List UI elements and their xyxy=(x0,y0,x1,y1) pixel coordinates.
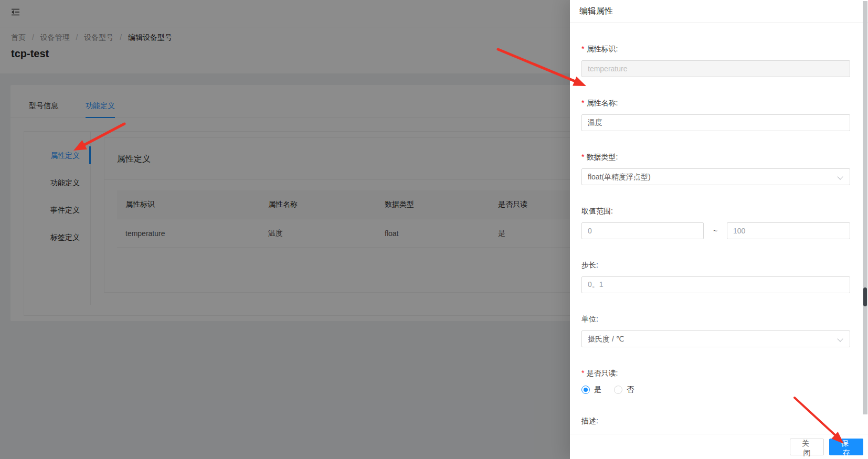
drawer-title: 编辑属性 xyxy=(570,0,868,23)
data-type-select[interactable]: float(单精度浮点型) xyxy=(581,168,850,185)
field-attr-id: *属性标识: xyxy=(581,44,850,77)
radio-checked-dot xyxy=(584,388,588,392)
drawer-body: *属性标识: *属性名称: *数据类型: float(单精度浮点型) 取值范围: xyxy=(570,23,868,434)
field-unit: 单位: 摄氏度 / ℃ xyxy=(581,314,850,347)
step-input[interactable] xyxy=(581,276,850,293)
field-step: 步长: xyxy=(581,260,850,293)
attr-name-input[interactable] xyxy=(581,114,850,131)
drawer-scrollbar-track[interactable] xyxy=(863,1,867,414)
field-range: 取值范围: ~ xyxy=(581,206,850,239)
field-attr-name: *属性名称: xyxy=(581,98,850,131)
edit-attribute-drawer: 编辑属性 *属性标识: *属性名称: *数据类型: float(单精度浮点型) xyxy=(570,0,868,459)
chevron-down-icon xyxy=(837,336,843,341)
close-button[interactable]: 关闭 xyxy=(790,439,824,455)
field-label-text: 属性标识: xyxy=(586,45,618,53)
unit-select[interactable]: 摄氏度 / ℃ xyxy=(581,330,850,347)
range-inputs: ~ xyxy=(581,222,850,239)
radio-yes[interactable]: 是 xyxy=(581,385,601,394)
field-step-label: 步长: xyxy=(581,260,850,270)
range-max-input[interactable] xyxy=(727,222,850,239)
radio-no[interactable]: 否 xyxy=(614,385,634,394)
range-min-input[interactable] xyxy=(581,222,704,239)
attr-id-input[interactable] xyxy=(581,60,850,77)
radio-no-label: 否 xyxy=(627,385,634,394)
drawer-scrollbar-thumb[interactable] xyxy=(863,287,867,306)
field-label-text: 取值范围: xyxy=(581,207,613,215)
field-label-text: 步长: xyxy=(581,261,598,269)
field-readonly-label: *是否只读: xyxy=(581,368,850,378)
field-data-type: *数据类型: float(单精度浮点型) xyxy=(581,152,850,185)
radio-no-circle xyxy=(614,386,622,394)
save-button-label: 保存 xyxy=(841,439,853,457)
readonly-radio-group: 是 否 xyxy=(581,385,850,395)
chevron-down-icon xyxy=(837,174,843,179)
save-button[interactable]: 保存 xyxy=(829,439,863,455)
field-readonly: *是否只读: 是 否 xyxy=(581,368,850,395)
field-label-text: 是否只读: xyxy=(586,369,618,377)
required-mark: * xyxy=(581,369,584,377)
drawer-footer: 关闭 保存 xyxy=(570,434,868,459)
required-mark: * xyxy=(581,45,584,53)
close-button-label: 关闭 xyxy=(802,439,813,457)
field-attr-name-label: *属性名称: xyxy=(581,98,850,108)
radio-yes-circle xyxy=(581,386,590,394)
field-label-text: 描述: xyxy=(581,417,598,425)
field-label-text: 单位: xyxy=(581,315,598,323)
data-type-select-value: float(单精度浮点型) xyxy=(588,173,651,181)
field-unit-label: 单位: xyxy=(581,314,850,324)
field-description: 描述: xyxy=(581,415,850,426)
field-attr-id-label: *属性标识: xyxy=(581,44,850,54)
field-label-text: 属性名称: xyxy=(586,99,618,107)
range-separator: ~ xyxy=(704,227,727,235)
required-mark: * xyxy=(581,99,584,107)
unit-select-value: 摄氏度 / ℃ xyxy=(588,335,624,343)
required-mark: * xyxy=(581,153,584,161)
field-data-type-label: *数据类型: xyxy=(581,152,850,162)
radio-yes-label: 是 xyxy=(594,385,601,394)
field-label-text: 数据类型: xyxy=(586,153,618,161)
field-range-label: 取值范围: xyxy=(581,206,850,216)
field-description-label: 描述: xyxy=(581,415,850,426)
